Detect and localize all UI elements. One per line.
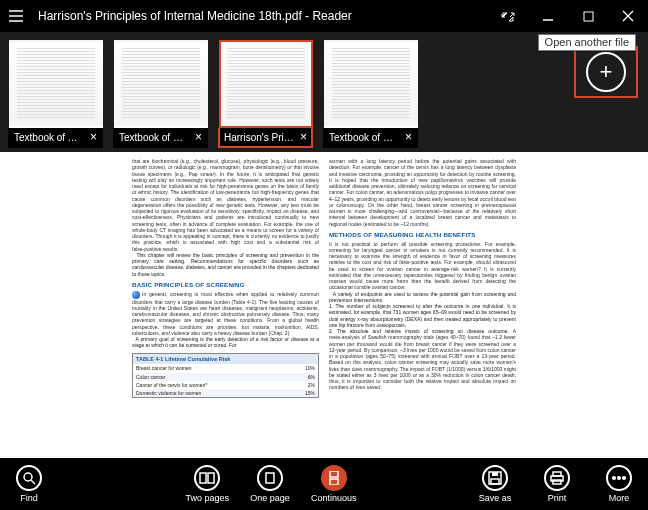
find-button[interactable]: Find	[8, 465, 50, 503]
menu-button[interactable]	[0, 0, 32, 32]
svg-rect-2	[200, 473, 206, 483]
tab-thumbnail[interactable]: Textbook of Crit...×	[113, 40, 208, 148]
svg-point-14	[618, 477, 621, 480]
document-viewport[interactable]: that are biochemical (e.g., cholesterol,…	[0, 152, 648, 458]
window-controls	[488, 0, 648, 32]
list-item: The number of subjects screened to alter…	[329, 303, 516, 328]
print-button[interactable]: Print	[536, 465, 578, 503]
svg-rect-5	[330, 471, 338, 477]
globe-icon	[132, 291, 140, 299]
svg-rect-3	[208, 473, 214, 483]
section-heading: METHODS OF MEASURING HEALTH BENEFITS	[329, 231, 516, 239]
maximize-button[interactable]	[568, 0, 608, 32]
window-title: Harrison's Principles of Internal Medici…	[32, 9, 488, 23]
close-icon[interactable]: ×	[300, 130, 307, 144]
list-item: The absolute and relative impact of scre…	[337, 328, 509, 334]
close-icon[interactable]: ×	[405, 130, 412, 144]
print-icon	[544, 465, 570, 491]
close-button[interactable]	[608, 0, 648, 32]
svg-rect-9	[491, 479, 499, 484]
table-lifetime-risk: TABLE 4-1 Lifetime Cumulative Risk Breas…	[132, 353, 319, 399]
svg-point-13	[613, 477, 616, 480]
titlebar: Harrison's Principles of Internal Medici…	[0, 0, 648, 32]
svg-rect-8	[492, 472, 498, 476]
continuous-icon	[321, 465, 347, 491]
tooltip-open-file: Open another file	[538, 34, 636, 51]
tab-thumbnail[interactable]: Textbook of Crit...×	[323, 40, 418, 148]
svg-rect-0	[584, 12, 593, 21]
tab-label: Textbook of Crit...	[329, 132, 399, 143]
svg-point-15	[623, 477, 626, 480]
svg-rect-4	[266, 473, 274, 483]
save-as-button[interactable]: Save as	[474, 465, 516, 503]
close-icon[interactable]: ×	[90, 130, 97, 144]
save-icon	[482, 465, 508, 491]
tab-label: Harrison's Princi...	[224, 132, 294, 143]
table-title: TABLE 4-1 Lifetime Cumulative Risk	[133, 354, 318, 365]
tab-label: Textbook of Ana...	[14, 132, 84, 143]
document-page: that are biochemical (e.g., cholesterol,…	[124, 152, 524, 458]
tab-thumbnail[interactable]: Textbook of Ana...×	[8, 40, 103, 148]
tab-label: Textbook of Crit...	[119, 132, 189, 143]
svg-rect-6	[330, 479, 338, 485]
one-page-icon	[257, 465, 283, 491]
more-button[interactable]: More	[598, 465, 640, 503]
bottom-toolbar: Find Two pages One page Continuous	[0, 458, 648, 510]
two-pages-icon	[194, 465, 220, 491]
svg-rect-12	[553, 480, 561, 484]
search-icon	[16, 465, 42, 491]
continuous-button[interactable]: Continuous	[311, 465, 357, 503]
open-file-button[interactable]: +	[586, 52, 626, 92]
svg-point-1	[24, 473, 32, 481]
open-file-highlight: +	[574, 46, 638, 98]
one-page-button[interactable]: One page	[249, 465, 291, 503]
tab-thumbnail-active[interactable]: Harrison's Princi...×	[218, 40, 313, 148]
minimize-button[interactable]	[528, 0, 568, 32]
two-pages-button[interactable]: Two pages	[185, 465, 229, 503]
close-icon[interactable]: ×	[195, 130, 202, 144]
more-icon	[606, 465, 632, 491]
expand-button[interactable]	[488, 0, 528, 32]
section-heading: BASIC PRINCIPLES OF SCREENING	[132, 281, 319, 289]
